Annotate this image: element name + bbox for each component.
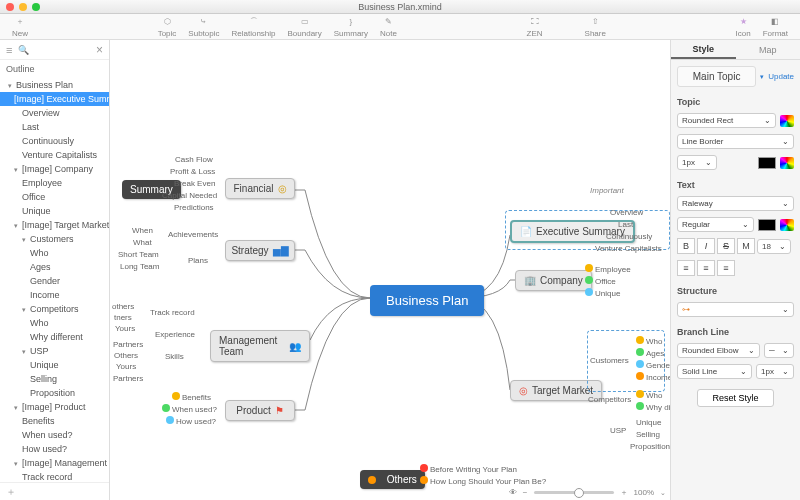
outline-tab-icon[interactable]: ≡ [6, 44, 12, 56]
sub-label[interactable]: Long Team [120, 262, 159, 271]
outline-item[interactable]: Selling [0, 372, 109, 386]
line-border-select[interactable]: Line Border⌄ [677, 134, 794, 149]
branch-width-select[interactable]: 1px⌄ [756, 364, 794, 379]
subtopic-button[interactable]: ⤷Subtopic [182, 16, 225, 38]
sub-label[interactable]: Why diff [636, 402, 670, 412]
outline-item[interactable]: Customers [0, 232, 109, 246]
outline-item[interactable]: Track record [0, 470, 109, 482]
outline-item[interactable]: When used? [0, 428, 109, 442]
sub-label[interactable]: Profit & Loss [170, 167, 215, 176]
canvas[interactable]: Summary Financial ◎ Cash Flow Profit & L… [110, 40, 670, 500]
outline-item[interactable]: Why different [0, 330, 109, 344]
outline-tree[interactable]: Business Plan[Image] Executive SummaryOv… [0, 78, 109, 482]
outline-item[interactable]: Who [0, 246, 109, 260]
outline-item[interactable]: Last [0, 120, 109, 134]
sub-label[interactable]: Overview [610, 208, 643, 217]
align-center-button[interactable]: ≡ [697, 260, 715, 276]
sub-label[interactable]: Income [636, 372, 670, 382]
topic-level-chip[interactable]: Main Topic [677, 66, 756, 87]
sub-label[interactable]: Employee [585, 264, 631, 274]
outline-item[interactable]: Proposition [0, 386, 109, 400]
sub-label[interactable]: Break Even [174, 179, 215, 188]
sub-label[interactable]: Unique [636, 418, 661, 427]
branch-preview[interactable]: ─⌄ [764, 343, 794, 358]
share-button[interactable]: ⇧Share [579, 16, 612, 38]
sub-label[interactable]: Ages [636, 348, 664, 358]
sub-label[interactable]: When used? [162, 404, 217, 414]
italic-button[interactable]: I [697, 238, 715, 254]
icon-button[interactable]: ★Icon [730, 16, 757, 38]
sub-label[interactable]: How used? [166, 416, 216, 426]
sub-label[interactable]: Skills [165, 352, 184, 361]
minimize-window-button[interactable] [19, 3, 27, 11]
reset-style-button[interactable]: Reset Style [697, 389, 773, 407]
sub-label[interactable]: Proposition [630, 442, 670, 451]
outline-item[interactable]: Ages [0, 260, 109, 274]
sub-label[interactable]: Selling [636, 430, 660, 439]
outline-item[interactable]: Competitors [0, 302, 109, 316]
outline-item[interactable]: [Image] Target Market [0, 218, 109, 232]
outline-item[interactable]: [Image] Executive Summary [0, 92, 109, 106]
sub-label[interactable]: Yours [115, 324, 135, 333]
sub-label[interactable]: Track record [150, 308, 195, 317]
outline-item[interactable]: Employee [0, 176, 109, 190]
sub-label[interactable]: Office [585, 276, 616, 286]
product-node[interactable]: Product ⚑ [225, 400, 295, 421]
zoom-slider[interactable] [534, 491, 614, 494]
sub-label[interactable]: Last [618, 220, 633, 229]
chevron-down-icon[interactable]: ⌄ [660, 489, 666, 497]
note-button[interactable]: ✎Note [374, 16, 403, 38]
sub-label[interactable]: Predictions [174, 203, 214, 212]
outline-item[interactable]: Overview [0, 106, 109, 120]
outline-item[interactable]: Office [0, 190, 109, 204]
outline-item[interactable]: Gender [0, 274, 109, 288]
boundary-button[interactable]: ▭Boundary [282, 16, 328, 38]
structure-select[interactable]: ⊶⌄ [677, 302, 794, 317]
zen-button[interactable]: ⛶ZEN [521, 16, 549, 38]
font-select[interactable]: Raleway⌄ [677, 196, 794, 211]
fill-color-picker[interactable] [780, 115, 794, 127]
sub-label[interactable]: others [112, 302, 134, 311]
sub-label[interactable]: Who [636, 390, 662, 400]
sub-label[interactable]: Plans [188, 256, 208, 265]
outline-item[interactable]: Income [0, 288, 109, 302]
outline-item[interactable]: Continuously [0, 134, 109, 148]
outline-item[interactable]: [Image] Product [0, 400, 109, 414]
strike-button[interactable]: S [717, 238, 735, 254]
sub-label[interactable]: Venture Capitalists [595, 244, 662, 253]
company-node[interactable]: 🏢 Company [515, 270, 592, 291]
sub-label[interactable]: Partners [113, 340, 143, 349]
bold-button[interactable]: B [677, 238, 695, 254]
sub-label[interactable]: Customers [590, 356, 629, 365]
outline-item[interactable]: Who [0, 316, 109, 330]
outline-item[interactable]: Unique [0, 204, 109, 218]
close-sidebar-icon[interactable]: × [96, 43, 103, 57]
line-color-picker[interactable] [780, 157, 794, 169]
others-node[interactable]: Others [360, 470, 425, 489]
sub-label[interactable]: Short Team [118, 250, 159, 259]
align-left-button[interactable]: ≡ [677, 260, 695, 276]
strategy-node[interactable]: Strategy ▅▇ [225, 240, 295, 261]
sub-label[interactable]: Competitors [588, 395, 631, 404]
sub-label[interactable]: Gender [636, 360, 670, 370]
font-size-select[interactable]: 18⌄ [757, 239, 791, 254]
shape-select[interactable]: Rounded Rect⌄ [677, 113, 776, 128]
update-link[interactable]: Update [768, 72, 794, 81]
sub-label[interactable]: Yours [116, 362, 136, 371]
sub-label[interactable]: Achievements [168, 230, 218, 239]
line-width-select[interactable]: 1px⌄ [677, 155, 717, 170]
outline-item[interactable]: How used? [0, 442, 109, 456]
relationship-button[interactable]: ⌒Relationship [225, 16, 281, 38]
topic-button[interactable]: ⬡Topic [152, 16, 183, 38]
new-button[interactable]: ＋New [6, 16, 34, 38]
sub-label[interactable]: How Long Should Your Plan Be? [420, 476, 546, 486]
sub-label[interactable]: USP [610, 426, 626, 435]
sub-label[interactable]: tners [114, 313, 132, 322]
sub-label[interactable]: Benefits [172, 392, 211, 402]
align-right-button[interactable]: ≡ [717, 260, 735, 276]
sub-label[interactable]: Continuously [606, 232, 652, 241]
central-node[interactable]: Business Plan [370, 285, 484, 316]
more-button[interactable]: M [737, 238, 755, 254]
tab-map[interactable]: Map [736, 40, 801, 59]
sub-label[interactable]: What [133, 238, 152, 247]
